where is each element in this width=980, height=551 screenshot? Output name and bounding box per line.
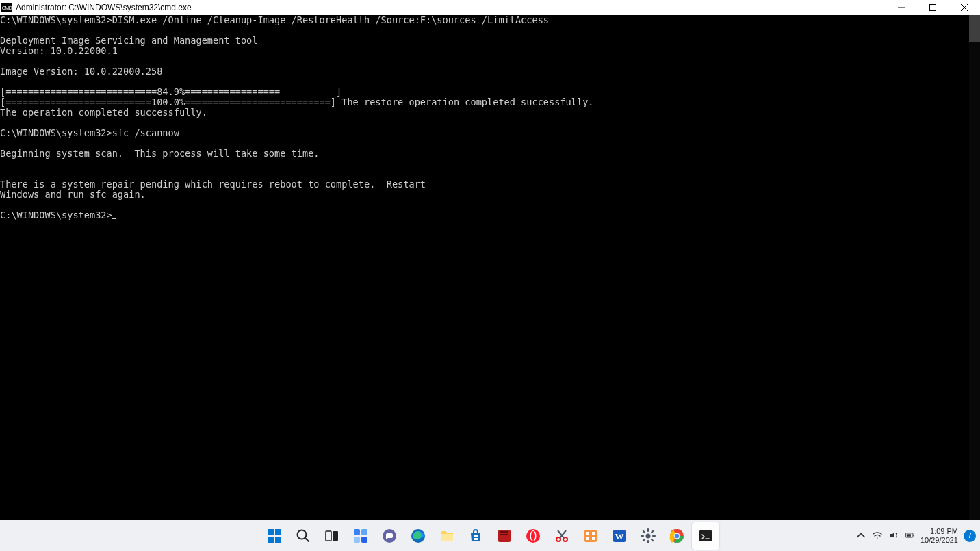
battery-icon[interactable] bbox=[905, 530, 915, 541]
window-title: Administrator: C:\WINDOWS\system32\cmd.e… bbox=[16, 3, 886, 12]
svg-rect-11 bbox=[361, 537, 368, 543]
svg-rect-25 bbox=[584, 530, 597, 542]
minimize-button[interactable] bbox=[886, 0, 917, 15]
tray-icons bbox=[856, 530, 915, 541]
taskbar-explorer-icon[interactable] bbox=[433, 522, 461, 550]
tray-overflow-icon[interactable] bbox=[856, 530, 866, 541]
taskbar-start-icon[interactable] bbox=[261, 522, 288, 550]
svg-rect-39 bbox=[907, 534, 911, 537]
taskbar-util-icon[interactable] bbox=[577, 522, 604, 550]
taskbar-word-icon[interactable]: W bbox=[606, 522, 633, 550]
taskbar-settings-icon[interactable] bbox=[634, 522, 662, 550]
taskbar-widgets-icon[interactable] bbox=[347, 522, 374, 550]
svg-rect-4 bbox=[275, 537, 281, 543]
close-button[interactable] bbox=[949, 0, 980, 15]
taskbar-task-view-icon[interactable] bbox=[318, 522, 346, 550]
svg-text:W: W bbox=[615, 531, 624, 541]
svg-point-32 bbox=[646, 533, 651, 538]
maximize-button[interactable] bbox=[917, 0, 949, 15]
svg-rect-0 bbox=[930, 5, 936, 11]
svg-rect-7 bbox=[333, 531, 338, 541]
taskbar-search-icon[interactable] bbox=[289, 522, 317, 550]
taskbar-center: W bbox=[261, 520, 719, 551]
svg-rect-28 bbox=[586, 537, 589, 540]
svg-rect-6 bbox=[326, 531, 331, 541]
clock-time: 1:09 PM bbox=[920, 527, 958, 536]
taskbar-opera-icon[interactable] bbox=[519, 522, 547, 550]
clock-date: 10/29/2021 bbox=[920, 536, 958, 545]
svg-point-22 bbox=[531, 531, 535, 541]
scrollbar-vertical[interactable] bbox=[969, 15, 980, 520]
title-bar[interactable]: CMD Administrator: C:\WINDOWS\system32\c… bbox=[0, 0, 980, 15]
svg-rect-10 bbox=[354, 537, 360, 543]
svg-rect-29 bbox=[592, 537, 595, 540]
svg-rect-8 bbox=[354, 529, 360, 535]
clock[interactable]: 1:09 PM 10/29/2021 bbox=[920, 527, 958, 545]
svg-rect-38 bbox=[913, 534, 914, 536]
svg-rect-26 bbox=[586, 532, 589, 535]
wifi-icon[interactable] bbox=[873, 530, 882, 541]
taskbar-terminal-icon[interactable] bbox=[692, 522, 719, 550]
cursor bbox=[112, 218, 116, 219]
svg-rect-27 bbox=[592, 532, 595, 535]
notification-badge[interactable]: 7 bbox=[964, 530, 976, 542]
taskbar-chat-icon[interactable] bbox=[376, 522, 403, 550]
svg-rect-17 bbox=[474, 538, 476, 540]
scrollbar-thumb[interactable] bbox=[969, 15, 980, 42]
svg-rect-16 bbox=[476, 535, 478, 537]
svg-point-35 bbox=[675, 533, 680, 538]
svg-rect-18 bbox=[476, 538, 478, 540]
taskbar: W 1:09 PM 10/29/2021 7 bbox=[0, 520, 980, 551]
terminal-area[interactable]: C:\WINDOWS\system32>DISM.exe /Online /Cl… bbox=[0, 15, 980, 520]
svg-rect-2 bbox=[275, 529, 281, 535]
taskbar-app-red-icon[interactable] bbox=[491, 522, 518, 550]
cmd-window: CMD Administrator: C:\WINDOWS\system32\c… bbox=[0, 0, 980, 520]
svg-rect-3 bbox=[268, 537, 274, 543]
volume-icon[interactable] bbox=[889, 530, 899, 541]
svg-rect-9 bbox=[361, 529, 368, 535]
svg-rect-36 bbox=[699, 530, 712, 541]
taskbar-edge-icon[interactable] bbox=[404, 522, 432, 550]
taskbar-snip-icon[interactable] bbox=[548, 522, 576, 550]
taskbar-chrome-icon[interactable] bbox=[663, 522, 691, 550]
svg-rect-14 bbox=[441, 534, 453, 541]
svg-rect-1 bbox=[268, 529, 274, 535]
taskbar-store-icon[interactable] bbox=[462, 522, 489, 550]
terminal-output: C:\WINDOWS\system32>DISM.exe /Online /Cl… bbox=[0, 15, 980, 520]
svg-rect-15 bbox=[474, 535, 476, 537]
system-tray: 1:09 PM 10/29/2021 7 bbox=[856, 520, 976, 551]
cmd-icon: CMD bbox=[1, 3, 12, 12]
